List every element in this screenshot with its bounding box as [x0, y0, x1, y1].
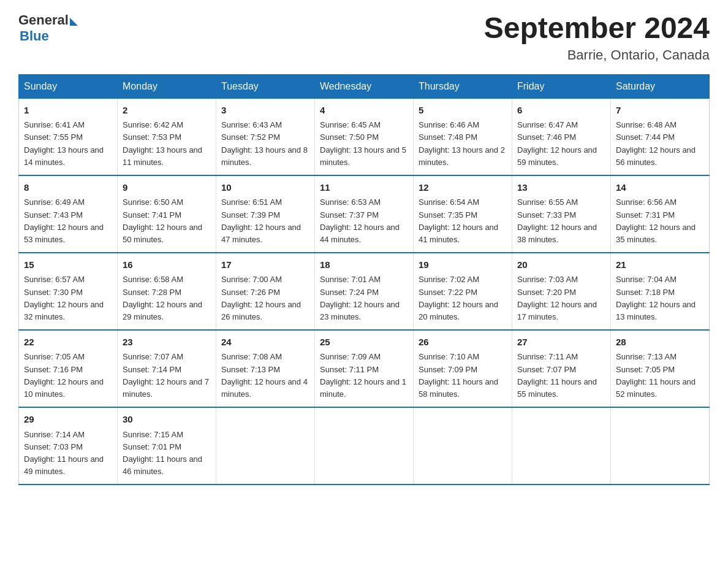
day-number: 19: [419, 258, 507, 272]
day-number: 25: [320, 335, 408, 350]
day-cell: 8 Sunrise: 6:49 AMSunset: 7:43 PMDayligh…: [19, 175, 118, 253]
day-number: 9: [123, 181, 211, 195]
day-number: 4: [320, 104, 408, 118]
week-row-2: 8 Sunrise: 6:49 AMSunset: 7:43 PMDayligh…: [19, 175, 710, 253]
day-number: 10: [221, 181, 309, 195]
day-cell: 7 Sunrise: 6:48 AMSunset: 7:44 PMDayligh…: [611, 98, 710, 175]
week-row-5: 29 Sunrise: 7:14 AMSunset: 7:03 PMDaylig…: [19, 407, 710, 484]
day-info: Sunrise: 7:02 AMSunset: 7:22 PMDaylight:…: [419, 274, 507, 323]
header-cell-thursday: Thursday: [414, 74, 512, 98]
calendar-body: 1 Sunrise: 6:41 AMSunset: 7:55 PMDayligh…: [19, 98, 710, 484]
header-cell-sunday: Sunday: [19, 74, 118, 98]
day-cell: [512, 407, 611, 484]
day-info: Sunrise: 6:58 AMSunset: 7:28 PMDaylight:…: [123, 274, 211, 323]
day-cell: 27 Sunrise: 7:11 AMSunset: 7:07 PMDaylig…: [512, 330, 611, 407]
header-cell-friday: Friday: [512, 74, 611, 98]
week-row-1: 1 Sunrise: 6:41 AMSunset: 7:55 PMDayligh…: [19, 98, 710, 175]
day-cell: 12 Sunrise: 6:54 AMSunset: 7:35 PMDaylig…: [414, 175, 512, 253]
day-cell: [315, 407, 414, 484]
day-info: Sunrise: 6:46 AMSunset: 7:48 PMDaylight:…: [419, 119, 507, 169]
day-info: Sunrise: 6:41 AMSunset: 7:55 PMDaylight:…: [24, 119, 112, 169]
day-cell: 6 Sunrise: 6:47 AMSunset: 7:46 PMDayligh…: [512, 98, 611, 175]
day-cell: 20 Sunrise: 7:03 AMSunset: 7:20 PMDaylig…: [512, 253, 611, 330]
day-cell: 17 Sunrise: 7:00 AMSunset: 7:26 PMDaylig…: [216, 253, 315, 330]
day-info: Sunrise: 7:09 AMSunset: 7:11 PMDaylight:…: [320, 351, 408, 400]
day-cell: 19 Sunrise: 7:02 AMSunset: 7:22 PMDaylig…: [414, 253, 512, 330]
day-cell: 24 Sunrise: 7:08 AMSunset: 7:13 PMDaylig…: [216, 330, 315, 407]
day-cell: 10 Sunrise: 6:51 AMSunset: 7:39 PMDaylig…: [216, 175, 315, 253]
day-number: 2: [123, 104, 211, 118]
header-cell-saturday: Saturday: [611, 74, 710, 98]
day-cell: 14 Sunrise: 6:56 AMSunset: 7:31 PMDaylig…: [611, 175, 710, 253]
day-cell: 21 Sunrise: 7:04 AMSunset: 7:18 PMDaylig…: [611, 253, 710, 330]
calendar-header: SundayMondayTuesdayWednesdayThursdayFrid…: [19, 74, 710, 98]
day-number: 22: [24, 335, 112, 350]
day-cell: 11 Sunrise: 6:53 AMSunset: 7:37 PMDaylig…: [315, 175, 414, 253]
day-info: Sunrise: 7:10 AMSunset: 7:09 PMDaylight:…: [419, 351, 507, 400]
logo: General Blue: [18, 12, 78, 44]
day-info: Sunrise: 7:07 AMSunset: 7:14 PMDaylight:…: [123, 351, 211, 400]
day-info: Sunrise: 6:43 AMSunset: 7:52 PMDaylight:…: [221, 119, 309, 169]
day-number: 23: [123, 335, 211, 350]
logo-general-text: General: [18, 12, 69, 28]
day-number: 13: [517, 181, 605, 195]
day-number: 3: [221, 104, 309, 118]
day-cell: 1 Sunrise: 6:41 AMSunset: 7:55 PMDayligh…: [19, 98, 118, 175]
day-number: 26: [419, 335, 507, 350]
week-row-4: 22 Sunrise: 7:05 AMSunset: 7:16 PMDaylig…: [19, 330, 710, 407]
day-info: Sunrise: 7:14 AMSunset: 7:03 PMDaylight:…: [24, 429, 112, 478]
day-info: Sunrise: 7:08 AMSunset: 7:13 PMDaylight:…: [221, 351, 309, 400]
day-info: Sunrise: 7:13 AMSunset: 7:05 PMDaylight:…: [616, 351, 704, 400]
day-cell: [216, 407, 315, 484]
day-number: 7: [616, 104, 704, 118]
day-info: Sunrise: 6:49 AMSunset: 7:43 PMDaylight:…: [24, 196, 112, 246]
day-cell: 30 Sunrise: 7:15 AMSunset: 7:01 PMDaylig…: [118, 407, 216, 484]
day-number: 24: [221, 335, 309, 350]
day-cell: 4 Sunrise: 6:45 AMSunset: 7:50 PMDayligh…: [315, 98, 414, 175]
day-number: 5: [419, 104, 507, 118]
day-cell: 23 Sunrise: 7:07 AMSunset: 7:14 PMDaylig…: [118, 330, 216, 407]
day-info: Sunrise: 6:51 AMSunset: 7:39 PMDaylight:…: [221, 196, 309, 246]
day-cell: 16 Sunrise: 6:58 AMSunset: 7:28 PMDaylig…: [118, 253, 216, 330]
day-number: 17: [221, 258, 309, 272]
day-info: Sunrise: 7:15 AMSunset: 7:01 PMDaylight:…: [123, 429, 211, 478]
day-info: Sunrise: 7:05 AMSunset: 7:16 PMDaylight:…: [24, 351, 112, 400]
day-number: 14: [616, 181, 704, 195]
header-row: SundayMondayTuesdayWednesdayThursdayFrid…: [19, 74, 710, 98]
day-number: 30: [123, 413, 211, 427]
day-info: Sunrise: 7:04 AMSunset: 7:18 PMDaylight:…: [616, 274, 704, 323]
day-number: 6: [517, 104, 605, 118]
day-cell: 29 Sunrise: 7:14 AMSunset: 7:03 PMDaylig…: [19, 407, 118, 484]
day-number: 18: [320, 258, 408, 272]
page-header: General Blue September 2024 Barrie, Onta…: [18, 12, 710, 63]
day-info: Sunrise: 6:50 AMSunset: 7:41 PMDaylight:…: [123, 196, 211, 246]
day-info: Sunrise: 7:00 AMSunset: 7:26 PMDaylight:…: [221, 274, 309, 323]
day-info: Sunrise: 6:54 AMSunset: 7:35 PMDaylight:…: [419, 196, 507, 246]
location-title: Barrie, Ontario, Canada: [484, 47, 710, 63]
day-number: 15: [24, 258, 112, 272]
header-cell-tuesday: Tuesday: [216, 74, 315, 98]
day-number: 12: [419, 181, 507, 195]
day-cell: 28 Sunrise: 7:13 AMSunset: 7:05 PMDaylig…: [611, 330, 710, 407]
day-number: 11: [320, 181, 408, 195]
week-row-3: 15 Sunrise: 6:57 AMSunset: 7:30 PMDaylig…: [19, 253, 710, 330]
month-title: September 2024: [484, 12, 710, 45]
day-cell: [414, 407, 512, 484]
day-cell: 2 Sunrise: 6:42 AMSunset: 7:53 PMDayligh…: [118, 98, 216, 175]
day-info: Sunrise: 6:45 AMSunset: 7:50 PMDaylight:…: [320, 119, 408, 169]
day-cell: 18 Sunrise: 7:01 AMSunset: 7:24 PMDaylig…: [315, 253, 414, 330]
day-info: Sunrise: 6:48 AMSunset: 7:44 PMDaylight:…: [616, 119, 704, 169]
day-info: Sunrise: 7:11 AMSunset: 7:07 PMDaylight:…: [517, 351, 605, 400]
day-number: 29: [24, 413, 112, 427]
day-info: Sunrise: 7:01 AMSunset: 7:24 PMDaylight:…: [320, 274, 408, 323]
day-info: Sunrise: 6:56 AMSunset: 7:31 PMDaylight:…: [616, 196, 704, 246]
day-info: Sunrise: 6:55 AMSunset: 7:33 PMDaylight:…: [517, 196, 605, 246]
day-info: Sunrise: 6:47 AMSunset: 7:46 PMDaylight:…: [517, 119, 605, 169]
day-cell: 26 Sunrise: 7:10 AMSunset: 7:09 PMDaylig…: [414, 330, 512, 407]
day-cell: 25 Sunrise: 7:09 AMSunset: 7:11 PMDaylig…: [315, 330, 414, 407]
day-cell: 5 Sunrise: 6:46 AMSunset: 7:48 PMDayligh…: [414, 98, 512, 175]
day-number: 21: [616, 258, 704, 272]
day-cell: 22 Sunrise: 7:05 AMSunset: 7:16 PMDaylig…: [19, 330, 118, 407]
day-number: 1: [24, 104, 112, 118]
day-cell: 3 Sunrise: 6:43 AMSunset: 7:52 PMDayligh…: [216, 98, 315, 175]
